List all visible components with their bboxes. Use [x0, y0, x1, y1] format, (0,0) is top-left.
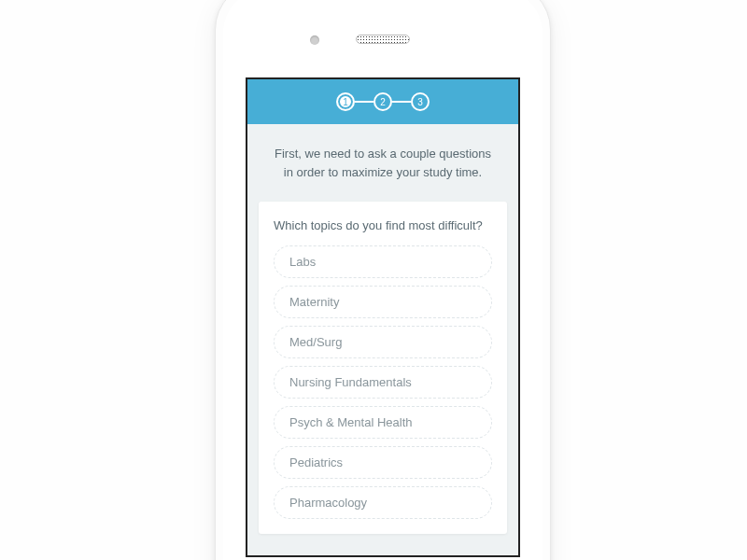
topic-option-maternity[interactable]: Maternity [274, 286, 492, 318]
camera-dot [310, 35, 319, 45]
step-2-label: 2 [380, 97, 386, 107]
phone-bezel: 1 2 3 First, we need to ask a couple que… [223, 0, 543, 560]
onboarding-header: 1 2 3 [247, 79, 518, 124]
phone-frame: 1 2 3 First, we need to ask a couple que… [215, 0, 551, 560]
progress-stepper: 1 2 3 [336, 92, 430, 111]
topic-option-psych[interactable]: Psych & Mental Health [274, 406, 492, 439]
step-connector [392, 101, 411, 103]
step-2[interactable]: 2 [374, 92, 392, 111]
topic-option-pediatrics[interactable]: Pediatrics [274, 446, 492, 479]
step-3-label: 3 [417, 97, 423, 107]
app-screen: 1 2 3 First, we need to ask a couple que… [246, 77, 520, 557]
topic-option-medsurg[interactable]: Med/Surg [274, 326, 492, 358]
intro-text: First, we need to ask a couple questions… [247, 124, 518, 202]
step-1-label: 1 [343, 97, 348, 107]
topic-option-nursing-fundamentals[interactable]: Nursing Fundamentals [274, 366, 492, 399]
question-text: Which topics do you find most difficult? [274, 218, 492, 232]
question-card: Which topics do you find most difficult?… [259, 202, 507, 534]
speaker-grille [356, 35, 410, 44]
step-1[interactable]: 1 [336, 92, 355, 111]
topic-option-pharmacology[interactable]: Pharmacology [274, 486, 492, 519]
topic-option-labs[interactable]: Labs [274, 245, 492, 278]
step-connector [355, 101, 374, 103]
step-3[interactable]: 3 [411, 92, 430, 111]
